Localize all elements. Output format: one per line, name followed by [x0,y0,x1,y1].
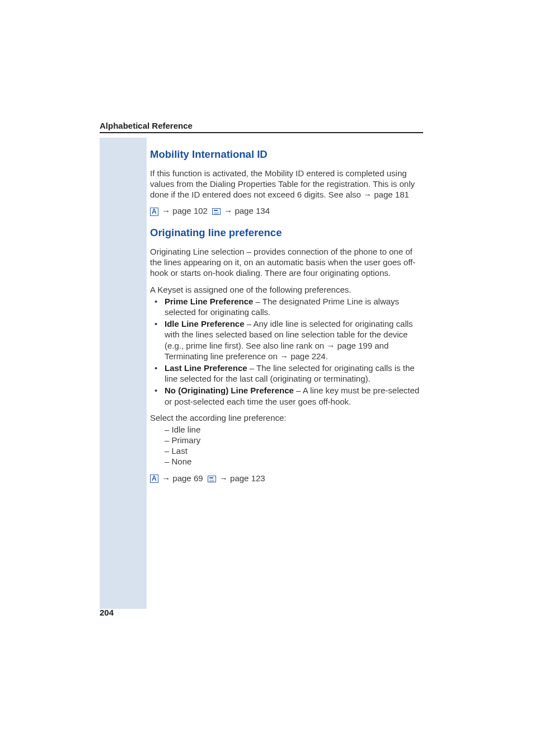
admin-icon [150,475,158,483]
option-idle-line: Idle line [165,424,424,435]
option-last: Last [165,445,424,456]
arrow-icon: → [363,190,372,199]
arrow-icon: → [162,206,170,215]
originating-refs: → page 69 → page 123 [150,473,424,483]
bullet-idle-line: Idle Line Preference – Any idle line is … [150,318,424,361]
originating-para2: A Keyset is assigned one of the followin… [150,284,424,295]
mobility-paragraph: If this function is activated, the Mobil… [150,168,424,200]
bullet-prime-line: Prime Line Preference – The designated P… [150,296,424,317]
originating-ref-admin-link[interactable]: page 69 [172,473,203,483]
heading-originating-line-preference: Originating line preference [150,226,424,240]
originating-ref-phone-link[interactable]: page 123 [230,473,265,483]
bullet-no-line: No (Originating) Line Preference – A lin… [150,385,424,406]
bullet-link2[interactable]: page 224 [291,351,326,361]
arrow-icon: → [280,351,288,361]
arrow-icon: → [219,473,228,483]
bullet-label: No (Originating) Line Preference [165,386,294,395]
mobility-see-also-link[interactable]: page 181 [374,190,409,199]
option-primary: Primary [165,435,424,445]
phone-icon [212,208,221,215]
bullet-label: Prime Line Preference [165,297,253,306]
arrow-icon: → [224,206,232,215]
preference-bullet-list: Prime Line Preference – The designated P… [150,296,424,407]
bullet-label: Idle Line Preference [165,319,245,328]
heading-mobility-international-id: Mobility International ID [150,148,424,161]
page-header-title: Alphabetical Reference [100,121,435,130]
bullet-text-c: . [326,351,328,361]
mobility-refs: → page 102 → page 134 [150,205,424,216]
mobility-ref-admin-link[interactable]: page 102 [172,206,208,215]
mobility-ref-phone-link[interactable]: page 134 [235,206,270,215]
arrow-icon: → [326,341,335,350]
bullet-link1[interactable]: page 199 [337,341,372,350]
bullet-label: Last Line Preference [165,363,247,373]
left-sidebar-bar [100,138,147,609]
page-number: 204 [100,608,114,617]
arrow-icon: → [162,473,170,483]
originating-para3: Select the according line preference: [150,412,424,423]
phone-icon [208,476,216,482]
preference-options-list: Idle line Primary Last None [150,424,424,467]
main-content: Mobility International ID If this functi… [150,143,424,491]
bullet-last-line: Last Line Preference – The line selected… [150,363,424,384]
option-none: None [165,456,424,467]
header-rule [100,132,423,133]
originating-para1: Originating Line selection – provides co… [150,246,424,279]
admin-icon [150,208,158,216]
